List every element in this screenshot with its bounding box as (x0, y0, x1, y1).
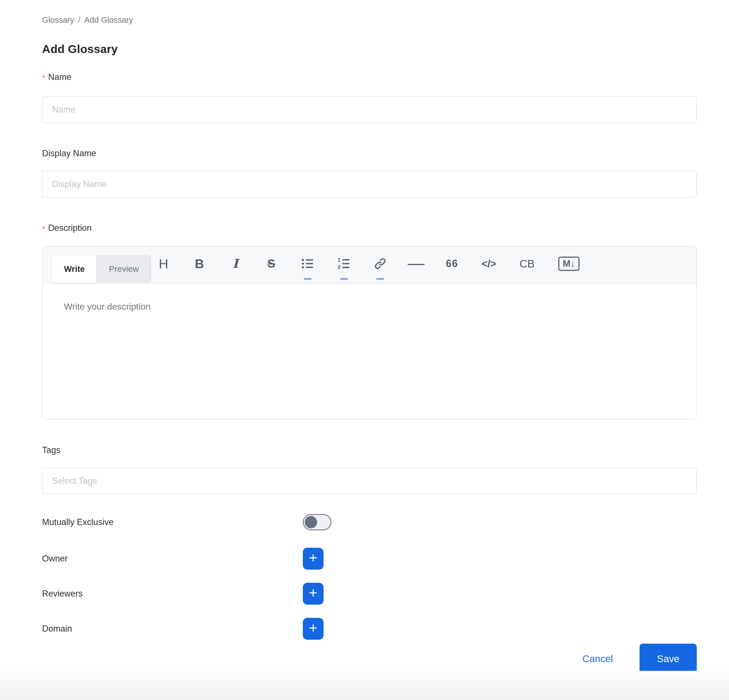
tags-label: Tags (42, 445, 697, 455)
add-owner-button[interactable]: + (303, 548, 324, 569)
domain-label: Domain (42, 624, 303, 634)
reviewers-row: Reviewers + (42, 583, 697, 605)
tags-input[interactable] (42, 468, 697, 494)
form-actions: Cancel Save (42, 643, 697, 674)
mutually-exclusive-label: Mutually Exclusive (42, 517, 303, 527)
breadcrumb-add-glossary: Add Glossary (84, 15, 133, 25)
description-label-text: Description (48, 223, 92, 233)
required-asterisk: * (42, 223, 45, 235)
add-domain-button[interactable]: + (303, 618, 324, 640)
add-reviewers-button[interactable]: + (303, 583, 324, 605)
name-input[interactable] (42, 96, 697, 123)
formatting-toolbar: H B I S (155, 245, 688, 282)
mutually-exclusive-toggle[interactable] (303, 514, 331, 530)
add-glossary-page: Glossary / Add Glossary Add Glossary * N… (0, 0, 729, 700)
heading-icon[interactable]: H (155, 253, 171, 275)
bulleted-list-icon[interactable] (299, 253, 316, 275)
add-glossary-form: Glossary / Add Glossary Add Glossary * N… (42, 0, 697, 674)
numbered-list-icon[interactable]: 1 2 (336, 253, 352, 275)
editor-tabs: Write Preview (52, 256, 151, 282)
page-title: Add Glossary (42, 43, 697, 56)
description-editor: Write Preview H B I (42, 246, 697, 420)
name-label: * Name (42, 72, 697, 84)
display-name-label: Display Name (42, 148, 697, 158)
reviewers-label: Reviewers (42, 589, 303, 599)
tags-field: Tags (42, 445, 697, 494)
description-label: * Description (42, 223, 697, 235)
breadcrumb-glossary[interactable]: Glossary (42, 15, 74, 25)
svg-text:1: 1 (338, 257, 341, 263)
tab-write[interactable]: Write (52, 256, 96, 282)
domain-row: Domain + (42, 618, 697, 640)
owner-label: Owner (42, 553, 303, 564)
name-label-text: Name (48, 72, 71, 82)
svg-text:2: 2 (338, 264, 341, 270)
page-footer (0, 671, 729, 700)
tab-preview[interactable]: Preview (96, 256, 151, 282)
code-icon[interactable]: </> (480, 253, 498, 275)
toggle-knob (305, 516, 317, 529)
bold-icon[interactable]: B (192, 253, 207, 275)
description-textarea[interactable]: Write your description (43, 284, 696, 419)
mutually-exclusive-row: Mutually Exclusive (42, 514, 697, 530)
tags-label-text: Tags (42, 445, 60, 455)
required-asterisk: * (42, 72, 45, 84)
code-block-icon[interactable]: CB (518, 253, 536, 275)
italic-icon[interactable]: I (227, 253, 243, 275)
cancel-button[interactable]: Cancel (582, 653, 613, 664)
link-icon[interactable] (372, 253, 388, 275)
strikethrough-icon[interactable]: S (263, 253, 279, 275)
owner-row: Owner + (42, 548, 697, 569)
description-placeholder: Write your description (64, 302, 151, 312)
breadcrumb-separator: / (78, 15, 80, 25)
breadcrumb: Glossary / Add Glossary (42, 15, 697, 25)
name-field: * Name (42, 72, 697, 123)
horizontal-rule-icon[interactable]: — (408, 253, 424, 275)
save-button[interactable]: Save (640, 643, 697, 674)
display-name-label-text: Display Name (42, 148, 96, 158)
quote-icon[interactable]: 66 (444, 253, 460, 275)
display-name-field: Display Name (42, 148, 697, 198)
editor-toolbar: Write Preview H B I (43, 247, 696, 284)
markdown-icon[interactable]: M↓ (556, 253, 581, 275)
description-field: * Description Write Preview H B (42, 223, 697, 420)
display-name-input[interactable] (42, 171, 697, 198)
